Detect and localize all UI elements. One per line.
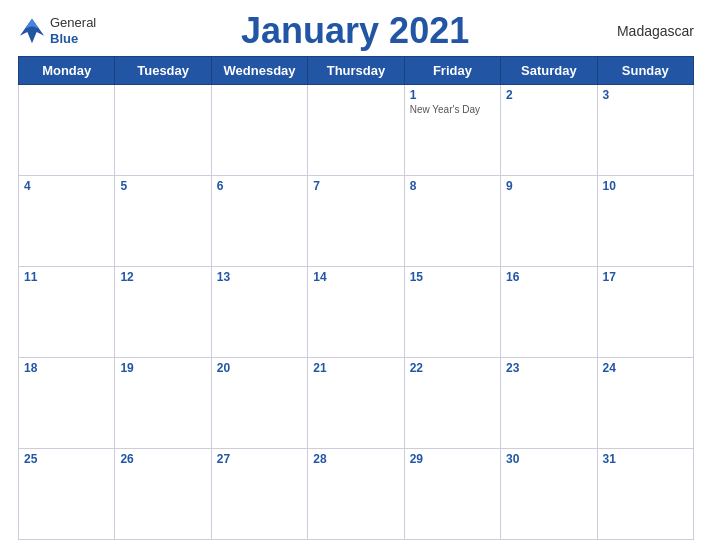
- day-number: 28: [313, 452, 398, 466]
- day-header-monday: Monday: [19, 57, 115, 85]
- calendar-cell: 10: [597, 176, 693, 267]
- calendar-cell: 31: [597, 449, 693, 540]
- day-header-thursday: Thursday: [308, 57, 404, 85]
- calendar-week-1: 1New Year's Day23: [19, 85, 694, 176]
- day-number: 22: [410, 361, 495, 375]
- day-number: 29: [410, 452, 495, 466]
- calendar-table: MondayTuesdayWednesdayThursdayFridaySatu…: [18, 56, 694, 540]
- day-header-friday: Friday: [404, 57, 500, 85]
- logo: General Blue: [18, 15, 96, 46]
- calendar-week-2: 45678910: [19, 176, 694, 267]
- calendar-cell: 3: [597, 85, 693, 176]
- day-number: 4: [24, 179, 109, 193]
- day-number: 7: [313, 179, 398, 193]
- calendar-cell: 29: [404, 449, 500, 540]
- day-number: 13: [217, 270, 302, 284]
- country-label: Madagascar: [614, 23, 694, 39]
- day-number: 20: [217, 361, 302, 375]
- day-number: 31: [603, 452, 688, 466]
- day-number: 6: [217, 179, 302, 193]
- calendar-cell: 4: [19, 176, 115, 267]
- day-number: 15: [410, 270, 495, 284]
- calendar-cell: 28: [308, 449, 404, 540]
- calendar-cell: [211, 85, 307, 176]
- calendar-cell: 16: [501, 267, 597, 358]
- calendar-cell: 9: [501, 176, 597, 267]
- day-header-tuesday: Tuesday: [115, 57, 211, 85]
- calendar-cell: 12: [115, 267, 211, 358]
- day-number: 24: [603, 361, 688, 375]
- day-header-saturday: Saturday: [501, 57, 597, 85]
- day-number: 11: [24, 270, 109, 284]
- calendar-cell: 8: [404, 176, 500, 267]
- holiday-label: New Year's Day: [410, 104, 495, 115]
- calendar-cell: [308, 85, 404, 176]
- calendar-cell: 19: [115, 358, 211, 449]
- day-number: 2: [506, 88, 591, 102]
- calendar-cell: [19, 85, 115, 176]
- day-number: 16: [506, 270, 591, 284]
- logo-text: General Blue: [50, 15, 96, 46]
- day-number: 5: [120, 179, 205, 193]
- calendar-week-4: 18192021222324: [19, 358, 694, 449]
- calendar-header: General Blue January 2021 Madagascar: [18, 10, 694, 52]
- calendar-cell: 5: [115, 176, 211, 267]
- month-title: January 2021: [96, 10, 614, 52]
- calendar-week-3: 11121314151617: [19, 267, 694, 358]
- day-number: 3: [603, 88, 688, 102]
- calendar-cell: 17: [597, 267, 693, 358]
- logo-bird-icon: [18, 17, 46, 45]
- calendar-cell: 2: [501, 85, 597, 176]
- calendar-cell: 11: [19, 267, 115, 358]
- day-number: 26: [120, 452, 205, 466]
- calendar-cell: 25: [19, 449, 115, 540]
- day-number: 27: [217, 452, 302, 466]
- day-number: 14: [313, 270, 398, 284]
- day-number: 8: [410, 179, 495, 193]
- calendar-cell: [115, 85, 211, 176]
- calendar-cell: 7: [308, 176, 404, 267]
- calendar-cell: 18: [19, 358, 115, 449]
- calendar-cell: 20: [211, 358, 307, 449]
- day-number: 1: [410, 88, 495, 102]
- day-header-wednesday: Wednesday: [211, 57, 307, 85]
- day-number: 25: [24, 452, 109, 466]
- calendar-cell: 1New Year's Day: [404, 85, 500, 176]
- calendar-week-5: 25262728293031: [19, 449, 694, 540]
- calendar-cell: 21: [308, 358, 404, 449]
- calendar-cell: 24: [597, 358, 693, 449]
- day-number: 19: [120, 361, 205, 375]
- calendar-cell: 14: [308, 267, 404, 358]
- day-number: 10: [603, 179, 688, 193]
- calendar-cell: 22: [404, 358, 500, 449]
- calendar-cell: 30: [501, 449, 597, 540]
- calendar-header-row: MondayTuesdayWednesdayThursdayFridaySatu…: [19, 57, 694, 85]
- day-header-sunday: Sunday: [597, 57, 693, 85]
- calendar-cell: 23: [501, 358, 597, 449]
- day-number: 12: [120, 270, 205, 284]
- day-number: 17: [603, 270, 688, 284]
- calendar-cell: 6: [211, 176, 307, 267]
- day-number: 23: [506, 361, 591, 375]
- day-number: 9: [506, 179, 591, 193]
- calendar-cell: 26: [115, 449, 211, 540]
- calendar-cell: 13: [211, 267, 307, 358]
- day-number: 30: [506, 452, 591, 466]
- day-number: 21: [313, 361, 398, 375]
- calendar-cell: 27: [211, 449, 307, 540]
- day-number: 18: [24, 361, 109, 375]
- calendar-cell: 15: [404, 267, 500, 358]
